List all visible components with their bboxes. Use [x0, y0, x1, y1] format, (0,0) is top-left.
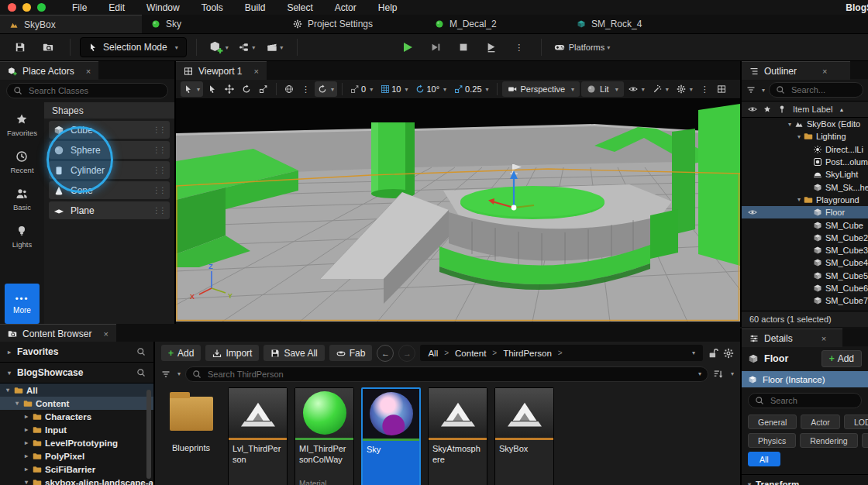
favorites-section[interactable]: ▸ Favorites — [0, 342, 153, 363]
close-window-button[interactable] — [8, 3, 16, 12]
camera-mode-dropdown[interactable]: Perspective▾ — [502, 81, 580, 97]
menu-window[interactable]: Window — [136, 2, 191, 13]
close-icon[interactable]: × — [103, 329, 108, 339]
component-row-floor-instance[interactable]: Floor (Instance) — [742, 371, 868, 387]
minimize-window-button[interactable] — [22, 3, 31, 12]
frame-skip-button[interactable] — [423, 38, 448, 57]
forward-button[interactable]: → — [398, 345, 415, 362]
viewport-settings-dropdown[interactable]: ▾ — [673, 81, 696, 97]
view-mode-dropdown[interactable]: Lit▾ — [581, 81, 624, 97]
chip-streaming[interactable]: Stre — [862, 433, 868, 448]
add-asset-button[interactable]: +Add — [161, 345, 201, 361]
filter-icon[interactable] — [161, 370, 170, 379]
chip-physics[interactable]: Physics — [748, 433, 796, 448]
tab-viewport-1[interactable]: Viewport 1 × — [176, 61, 267, 80]
add-component-button[interactable]: + Add — [822, 350, 862, 367]
save-all-button[interactable]: Save All — [264, 345, 324, 361]
translate-tool-button[interactable] — [222, 81, 237, 97]
asset-mi-thirdperson-colway[interactable]: MI_ThirdPersonColWay Material Instance — [294, 387, 354, 485]
category-more-button[interactable]: ••• More — [5, 284, 40, 324]
outliner-row-sm-cube7[interactable]: SM_Cube7 — [742, 294, 868, 307]
asset-skyatmosphere[interactable]: SkyAtmosphere Level — [428, 387, 487, 485]
surface-snapping-dropdown[interactable]: ▾ — [315, 81, 337, 97]
platforms-dropdown[interactable]: Platforms ▾ — [551, 38, 613, 57]
transform-options-button[interactable]: ⋮ — [298, 81, 313, 97]
outliner-row-sm-cube6[interactable]: SM_Cube6 — [742, 282, 868, 294]
play-button[interactable] — [395, 38, 420, 57]
world-local-toggle[interactable] — [281, 81, 297, 97]
lock-icon[interactable] — [708, 348, 718, 359]
shape-item-cone[interactable]: Cone ⋮⋮ — [49, 181, 170, 199]
category-favorites[interactable]: Favorites — [7, 113, 37, 137]
tree-item-characters[interactable]: ▸Characters — [0, 410, 153, 423]
outliner-row-sm-cube3[interactable]: SM_Cube3 — [742, 244, 868, 256]
breadcrumb-all[interactable]: All — [428, 349, 438, 358]
chevron-down-icon[interactable]: ▾ — [698, 370, 701, 377]
chip-general[interactable]: General — [748, 414, 797, 429]
shape-item-plane[interactable]: Plane ⋮⋮ — [49, 201, 170, 219]
tab-content-browser[interactable]: Content Browser × — [0, 324, 116, 342]
show-flags-dropdown[interactable]: ▾ — [625, 81, 648, 97]
outliner-row-directional-light[interactable]: Direct...lLi — [742, 143, 868, 156]
chevron-down-icon[interactable]: ▾ — [692, 349, 695, 356]
category-lights[interactable]: Lights — [12, 225, 32, 249]
chevron-down-icon[interactable]: ▾ — [762, 87, 765, 94]
tree-item-all[interactable]: ▾All — [0, 384, 153, 397]
outliner-search-input[interactable] — [790, 84, 856, 95]
drag-handle[interactable]: ⋮⋮ — [153, 186, 165, 194]
search-classes-input[interactable] — [27, 85, 161, 96]
chip-all[interactable]: All — [748, 452, 780, 466]
asset-lvl-thirdperson[interactable]: Lvl_ThirdPerson Level — [228, 387, 288, 485]
play-options-button[interactable]: ⋮ — [507, 38, 532, 57]
rotate-tool-button[interactable] — [239, 81, 254, 97]
menu-select[interactable]: Select — [276, 2, 323, 13]
chip-actor[interactable]: Actor — [801, 414, 840, 429]
menu-build[interactable]: Build — [234, 2, 277, 13]
close-icon[interactable]: × — [253, 67, 258, 76]
outliner-row-floor[interactable]: Floor — [742, 206, 868, 218]
outliner-row-sm-sk[interactable]: SM_Sk...he — [742, 181, 868, 193]
tab-sky[interactable]: Sky — [142, 15, 284, 33]
tree-item-polypixel[interactable]: ▸PolyPixel — [0, 449, 153, 463]
chip-lod[interactable]: LOD — [844, 414, 868, 429]
tree-item-content[interactable]: ▾Content — [0, 397, 153, 410]
breadcrumb-thirdperson[interactable]: ThirdPerson — [503, 349, 552, 358]
maximize-viewport-button[interactable] — [714, 81, 729, 97]
menu-help[interactable]: Help — [367, 2, 408, 13]
blueprints-dropdown[interactable]: ▾ — [235, 38, 260, 57]
outliner-row-post-process-volume[interactable]: Post...olum — [742, 156, 868, 168]
asset-skybox[interactable]: SkyBox Level — [494, 387, 554, 485]
tree-scrollbar[interactable] — [146, 390, 151, 479]
tab-m-decal-2[interactable]: M_Decal_2 — [425, 15, 567, 33]
view-effects-dropdown[interactable]: ▾ — [649, 81, 672, 97]
save-button[interactable] — [8, 38, 33, 57]
tab-outliner[interactable]: Outliner × — [742, 61, 850, 80]
close-icon[interactable]: × — [86, 67, 91, 76]
drag-handle[interactable]: ⋮⋮ — [153, 126, 165, 134]
stop-button[interactable] — [451, 38, 476, 57]
filter-icon[interactable] — [746, 85, 756, 95]
tab-details[interactable]: Details × — [742, 328, 842, 347]
selection-mode-dropdown[interactable]: Selection Mode ▾ — [80, 37, 187, 57]
search-icon[interactable] — [136, 368, 146, 377]
rotation-snap-dropdown[interactable]: 10°▾ — [412, 81, 450, 97]
menu-edit[interactable]: Edit — [98, 2, 136, 13]
add-actor-dropdown[interactable]: ▾ — [206, 38, 232, 57]
asset-sky-selected[interactable]: Sky Material — [361, 387, 421, 485]
tree-item-input[interactable]: ▸Input — [0, 423, 153, 436]
tree-item-skybox-alien-landscape[interactable]: ▾skybox-alien-landscape-a — [0, 476, 153, 485]
shape-item-cube[interactable]: Cube ⋮⋮ — [49, 121, 170, 139]
viewport-select-mode-dropdown[interactable]: ▾ — [181, 81, 203, 97]
outliner-row-skylight[interactable]: SkyLight — [742, 168, 868, 181]
details-search-input[interactable] — [769, 395, 855, 406]
category-recent[interactable]: Recent — [10, 150, 33, 174]
browse-content-button[interactable] — [36, 38, 60, 57]
drag-handle[interactable]: ⋮⋮ — [153, 206, 165, 215]
tab-project-settings[interactable]: Project Settings — [284, 15, 425, 33]
viewport-3d-scene[interactable]: Z X Y — [176, 99, 740, 322]
tree-item-levelprototyping[interactable]: ▸LevelPrototyping — [0, 436, 153, 449]
star-column-icon[interactable] — [763, 105, 771, 113]
fab-button[interactable]: Fab — [329, 345, 373, 361]
category-basic[interactable]: Basic — [13, 187, 31, 212]
close-icon[interactable]: × — [822, 334, 826, 343]
